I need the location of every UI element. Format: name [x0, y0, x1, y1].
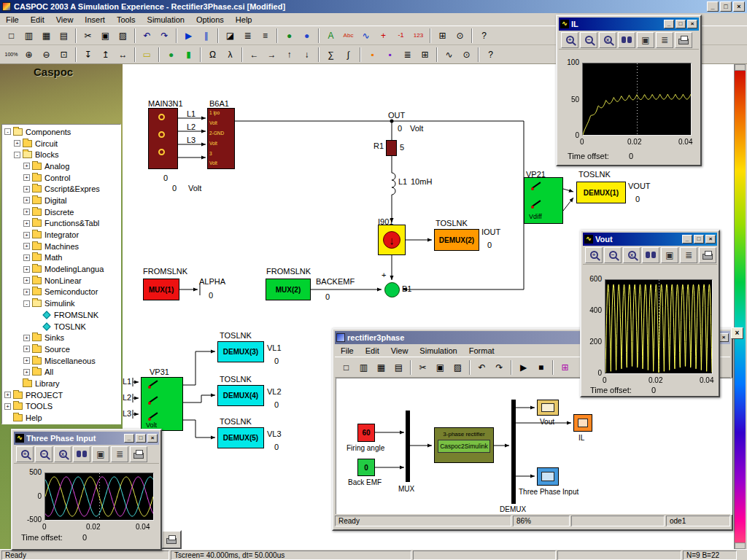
mux1-block[interactable]: MUX(1)	[143, 279, 179, 300]
menu-options[interactable]: Options	[190, 14, 230, 26]
stop-button[interactable]: ■	[533, 359, 549, 376]
maximize-button[interactable]: □	[694, 235, 704, 244]
library-list-button[interactable]: ≣	[399, 47, 416, 63]
context-help-button[interactable]: ?	[482, 47, 499, 63]
tree-expander-icon[interactable]: +	[4, 392, 11, 398]
three-phase-waveform-canvas[interactable]	[45, 473, 153, 520]
help-button[interactable]: ?	[476, 28, 492, 44]
copy-button[interactable]: ▣	[661, 247, 678, 263]
tree-expander-icon[interactable]: +	[23, 174, 30, 181]
three-phase-input-block[interactable]	[537, 467, 559, 486]
sim-menu-format[interactable]: Format	[463, 345, 500, 357]
flip-down-button[interactable]: ↓	[298, 47, 315, 63]
demux1-block[interactable]: DEMUX(1)	[576, 182, 626, 203]
maximize-button[interactable]: □	[136, 434, 146, 443]
copy-button[interactable]: ▣	[637, 32, 654, 48]
print-button[interactable]: ▤	[55, 28, 72, 44]
find-button[interactable]	[642, 247, 659, 263]
r1-resistor-block[interactable]	[386, 140, 397, 156]
back-emf-block[interactable]: 0	[357, 459, 375, 476]
save-button[interactable]: ▦	[373, 359, 390, 376]
find-button[interactable]	[73, 446, 90, 462]
cut-button[interactable]: ✂	[414, 359, 431, 376]
integrator-button[interactable]: ∫	[340, 47, 357, 63]
il-scope-block[interactable]	[573, 414, 592, 432]
minimize-button[interactable]: _	[664, 20, 674, 28]
close-button[interactable]: ×	[705, 235, 716, 244]
zoom-100-button[interactable]: 100%	[3, 47, 20, 63]
close-button[interactable]: ×	[687, 20, 697, 28]
chip-purple-button[interactable]: ▪	[382, 47, 398, 63]
chip-orange-button[interactable]: ▪	[364, 47, 381, 63]
zoom-out-button[interactable]: ⊖	[38, 47, 55, 63]
timer-button[interactable]: ⊙	[458, 47, 475, 63]
menu-tools[interactable]: Tools	[111, 14, 142, 26]
report-button[interactable]: ≣	[239, 28, 256, 44]
list-button[interactable]: ≣	[656, 32, 673, 48]
label-abc-button[interactable]: Abc	[340, 28, 357, 44]
sim-menu-simulation[interactable]: Simulation	[414, 345, 462, 357]
tree-item-components[interactable]: -Components	[2, 126, 120, 138]
scope-button[interactable]: ∿	[441, 47, 457, 63]
zoom-out-button[interactable]: −	[580, 32, 597, 48]
undo-button[interactable]: ↶	[139, 28, 155, 44]
paste-button[interactable]: ▨	[115, 28, 131, 44]
new-button[interactable]: □	[3, 28, 20, 44]
tree-item-library[interactable]: Library	[2, 378, 120, 389]
tree-expander-icon[interactable]: +	[4, 403, 11, 410]
zoom-x-button[interactable]: x	[599, 32, 616, 48]
print-button[interactable]	[675, 32, 692, 48]
minimize-button[interactable]: _	[124, 434, 134, 443]
tree-item-toslnk[interactable]: TOSLNK	[2, 321, 120, 332]
tree-expander-icon[interactable]: +	[23, 186, 30, 192]
b1-source-block[interactable]	[384, 282, 400, 298]
tree-expander-icon[interactable]: +	[23, 266, 30, 273]
undo-button[interactable]: ↶	[473, 359, 490, 376]
scope-titlebar[interactable]: ∿ Three Phase Input _ □ ×	[14, 432, 159, 445]
label-a-button[interactable]: A	[322, 28, 339, 44]
main-titlebar[interactable]: CASPOC 2003 A Simulation Experience - Re…	[0, 0, 747, 13]
tree-expander-icon[interactable]: -	[4, 128, 11, 135]
tree-item-machines[interactable]: +Machines	[2, 241, 120, 252]
plot-area[interactable]	[582, 63, 692, 136]
library-grid-button[interactable]: ⊞	[417, 47, 433, 63]
b6a1-block[interactable]: 1 ipoVolt 2-GNDVolt 3Volt	[207, 108, 235, 169]
copy-button[interactable]: ▣	[97, 28, 114, 44]
demux5-block[interactable]: DEMUX(5)	[217, 427, 264, 448]
tree-expander-icon[interactable]: +	[23, 243, 30, 249]
tree-item-integrator[interactable]: +Integrator	[2, 229, 120, 241]
menu-help[interactable]: Help	[230, 14, 258, 26]
floating-close-button[interactable]: ×	[731, 327, 743, 339]
zoom-x-button[interactable]: x	[623, 247, 640, 263]
tree-item-digital[interactable]: +Digital	[2, 195, 120, 206]
tree-expander-icon[interactable]: +	[23, 357, 30, 364]
world-green-button[interactable]: ●	[281, 28, 298, 44]
redo-button[interactable]: ↷	[156, 28, 173, 44]
tree-expander-icon[interactable]: +	[23, 254, 30, 261]
parameter-button[interactable]: λ	[222, 47, 239, 63]
maximize-button[interactable]: □	[676, 20, 686, 28]
zoom-in-button[interactable]: +	[561, 32, 578, 48]
demux3-block[interactable]: DEMUX(3)	[217, 341, 264, 362]
tree-expander-icon[interactable]: +	[23, 289, 30, 295]
tree-item-project[interactable]: +PROJECT	[2, 389, 120, 401]
tree-expander-icon[interactable]: +	[23, 209, 30, 215]
flip-up-button[interactable]: ↑	[281, 47, 298, 63]
menu-view[interactable]: View	[50, 14, 80, 26]
tree-item-all[interactable]: +All	[2, 366, 120, 378]
impedance-button[interactable]: Ω	[204, 47, 221, 63]
rotate-right-button[interactable]: →	[263, 47, 280, 63]
simulink-canvas[interactable]: 60 Firing angle 0 Back EMF MUX 3-phase r…	[336, 378, 732, 515]
print-button[interactable]	[130, 446, 147, 462]
pin-horizontal-button[interactable]: ↔	[115, 47, 131, 63]
tree-item-fromslnk[interactable]: FROMSLNK	[2, 309, 120, 321]
firing-angle-block[interactable]: 60	[357, 424, 375, 442]
plot-area[interactable]	[605, 279, 713, 374]
rectifier-block[interactable]: 3-phase rectifier Caspoc2Simulink	[434, 427, 494, 463]
library-button[interactable]: ⊞	[557, 359, 573, 376]
tree-item-functions-tabl[interactable]: +Functions&Tabl	[2, 218, 120, 230]
run-button[interactable]: ▶	[180, 28, 197, 44]
world-blue-button[interactable]: ●	[298, 28, 315, 44]
tree-item-source[interactable]: +Source	[2, 343, 120, 355]
demux-bar[interactable]	[511, 400, 516, 504]
